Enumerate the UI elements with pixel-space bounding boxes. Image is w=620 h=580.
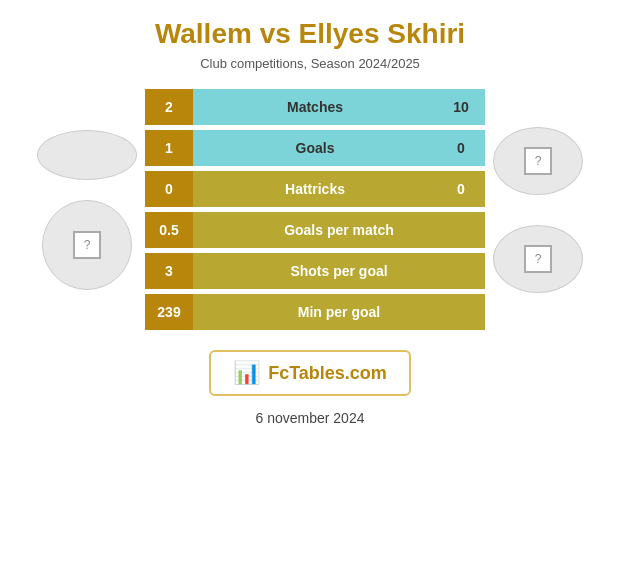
stat-right-hattricks: 0 [437,171,485,207]
stat-row-matches: 2 Matches 10 [145,89,485,125]
match-subtitle: Club competitions, Season 2024/2025 [200,56,420,71]
match-date: 6 november 2024 [256,410,365,426]
stat-left-hattricks: 0 [145,171,193,207]
stats-table: 2 Matches 10 1 Goals 0 0 Hattricks 0 0.5… [145,89,485,330]
avatar-placeholder-left: ? [73,231,101,259]
team-avatar-right-bottom: ? [493,225,583,293]
stat-bar-matches: Matches [193,89,437,125]
main-container: Wallem vs Ellyes Skhiri Club competition… [0,0,620,580]
match-title: Wallem vs Ellyes Skhiri [155,18,465,50]
team-avatar-left-top [37,130,137,180]
stat-right-matches: 10 [437,89,485,125]
stat-bar-hattricks: Hattricks [193,171,437,207]
stat-row-min-per-goal: 239 Min per goal [145,294,485,330]
fctables-icon: 📊 [233,360,260,386]
stat-bar-goals-per-match: Goals per match [193,212,485,248]
stat-left-goals-per-match: 0.5 [145,212,193,248]
stat-left-matches: 2 [145,89,193,125]
left-avatars: ? [37,130,137,290]
stat-right-goals: 0 [437,130,485,166]
avatar-placeholder-right-top: ? [524,147,552,175]
stat-bar-shots-per-goal: Shots per goal [193,253,485,289]
avatar-placeholder-right-bottom: ? [524,245,552,273]
stats-section: ? 2 Matches 10 1 Goals 0 0 Hattricks 0 [0,89,620,330]
stat-row-shots-per-goal: 3 Shots per goal [145,253,485,289]
right-avatars: ? ? [493,127,583,293]
fctables-text: FcTables.com [268,363,387,384]
fctables-logo[interactable]: 📊 FcTables.com [209,350,411,396]
stat-row-goals-per-match: 0.5 Goals per match [145,212,485,248]
stat-row-goals: 1 Goals 0 [145,130,485,166]
stat-bar-min-per-goal: Min per goal [193,294,485,330]
stat-bar-goals: Goals [193,130,437,166]
stat-left-goals: 1 [145,130,193,166]
stat-row-hattricks: 0 Hattricks 0 [145,171,485,207]
stat-left-min-per-goal: 239 [145,294,193,330]
team-avatar-right-top: ? [493,127,583,195]
team-avatar-left-bottom: ? [42,200,132,290]
stat-left-shots-per-goal: 3 [145,253,193,289]
